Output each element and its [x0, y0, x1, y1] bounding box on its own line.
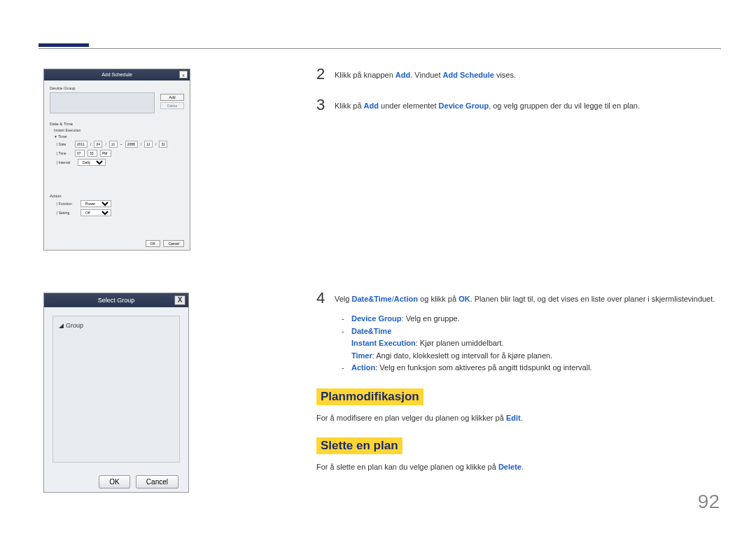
device-group-label: Device Group [50, 86, 184, 90]
step-2: 2 Klikk på knappen Add. Vinduet Add Sche… [316, 66, 720, 82]
date-d2[interactable] [159, 141, 167, 148]
add-schedule-titlebar: Add Schedule x [44, 69, 190, 80]
delete-button[interactable]: Delete [160, 102, 184, 109]
section-delete-text: For å slette en plan kan du velge planen… [316, 461, 720, 473]
step-number: 3 [316, 97, 335, 113]
select-group-screenshot: Select Group X ◢Group OK Cancel [43, 293, 189, 493]
device-group-box [50, 92, 155, 113]
triangle-icon: ◢ [59, 322, 63, 326]
interval-select[interactable]: Daily [78, 159, 106, 166]
add-schedule-title: Add Schedule [102, 72, 132, 77]
select-group-titlebar: Select Group X [44, 293, 188, 307]
section-delete-title: Slette en plan [316, 437, 402, 454]
time-m[interactable] [88, 150, 97, 157]
step-text: Velg Date&Time/Action og klikk på OK. Pl… [335, 290, 715, 305]
date-y2[interactable] [125, 141, 138, 148]
date-m1[interactable] [94, 141, 102, 148]
select-group-title: Select Group [98, 297, 135, 304]
ok-button[interactable]: OK [99, 475, 130, 489]
function-select[interactable]: Power [80, 200, 111, 207]
interval-label: | Interval [57, 160, 75, 164]
add-schedule-screenshot: Add Schedule x Device Group Add Delete D… [43, 69, 190, 251]
time-label: | Time [57, 151, 72, 155]
cancel-button[interactable]: Cancel [163, 240, 184, 247]
step-4: 4 Velg Date&Time/Action og klikk på OK. … [316, 290, 720, 306]
sub-timer: Timer: Angi dato, klokkeslett og interva… [351, 350, 720, 363]
close-icon[interactable]: X [174, 295, 186, 305]
cancel-button[interactable]: Cancel [136, 475, 178, 489]
step-3: 3 Klikk på Add under elementet Device Gr… [316, 97, 720, 113]
section-planmod-text: For å modifisere en plan velger du plane… [316, 412, 720, 424]
timer-option[interactable]: Timer [58, 134, 67, 139]
add-button[interactable]: Add [160, 94, 184, 101]
function-label: | Function [57, 202, 78, 206]
date-m2[interactable] [144, 141, 153, 148]
group-tree-item[interactable]: ◢Group [59, 322, 174, 329]
sub-instant-exec: Instant Execution: Kjør planen umiddelba… [351, 337, 720, 350]
action-label: Action [50, 194, 184, 198]
sub-device-group: Device Group: Velg en gruppe. [342, 313, 720, 325]
date-d1[interactable] [109, 141, 118, 148]
setting-select[interactable]: Off [80, 209, 111, 216]
step-text: Klikk på Add under elementet Device Grou… [335, 97, 640, 112]
page-number: 92 [698, 491, 720, 513]
group-tree-panel: ◢Group [52, 316, 180, 463]
step-number: 4 [316, 290, 335, 306]
ok-button[interactable]: OK [146, 240, 160, 247]
horizontal-rule [38, 48, 721, 49]
datetime-label: Date & Time [50, 122, 184, 126]
setting-label: | Setting [57, 211, 78, 215]
close-icon[interactable]: x [179, 71, 188, 78]
instant-exec-option[interactable]: Instant Execution [54, 128, 184, 132]
date-label: | Date [57, 142, 72, 146]
step-number: 2 [316, 66, 335, 82]
top-accent-bar [38, 43, 89, 47]
time-ampm[interactable] [100, 150, 111, 157]
sub-action: Action: Velg en funksjon som aktiveres p… [342, 362, 720, 374]
section-planmod-title: Planmodifikasjon [316, 388, 424, 405]
time-h[interactable] [75, 150, 85, 157]
date-y1[interactable] [75, 141, 88, 148]
step-text: Klikk på knappen Add. Vinduet Add Schedu… [335, 66, 516, 81]
sub-datetime: Date&Time [342, 325, 720, 338]
